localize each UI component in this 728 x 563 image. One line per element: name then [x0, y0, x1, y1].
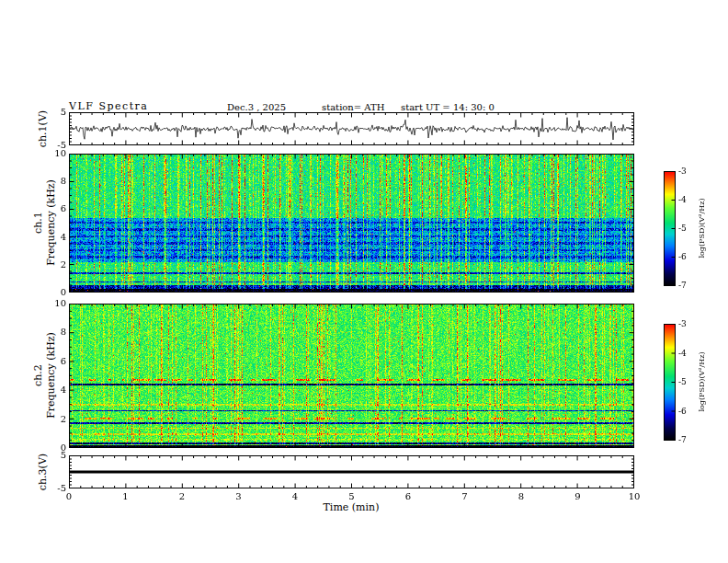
tick-label: 10 [42, 148, 66, 158]
ch1-waveform-axes [69, 112, 634, 145]
ch2-spectrogram-panel [69, 304, 634, 448]
figure-title: VLF Spectra [69, 100, 148, 112]
tick-label: 3 [230, 491, 248, 501]
ch1-spectrogram-axes [69, 154, 634, 293]
tick-label: 10 [625, 491, 643, 501]
tick-label: 7 [456, 491, 474, 501]
ch1-spectrogram-panel [69, 154, 634, 293]
tick-label: -5 [678, 224, 699, 233]
tick-label: 6 [399, 491, 417, 501]
tick-label: 2 [42, 414, 66, 424]
tick-label: 2 [42, 259, 66, 270]
tick-label: 2 [173, 491, 191, 501]
tick-label: -3 [678, 167, 699, 176]
tick-label: 10 [42, 298, 66, 308]
tick-label: 0 [42, 287, 66, 297]
axis-label-line: Frequency (kHz) [45, 179, 58, 266]
tick-label: 8 [42, 327, 66, 337]
axis-label-line: ch.1 [32, 179, 45, 266]
ch1-colorbar-label: log(PSD)(V²/Hz) [698, 198, 707, 258]
tick-label: 8 [512, 491, 530, 501]
ch3-waveform-panel [69, 455, 634, 488]
tick-label: 5 [42, 107, 66, 117]
tick-label: -4 [678, 349, 699, 358]
station-label: station= ATH [322, 102, 384, 112]
tick-label: -3 [678, 319, 699, 328]
tick-label: 5 [343, 491, 361, 501]
tick-label: -4 [678, 195, 699, 204]
tick-label: 4 [286, 491, 304, 501]
tick-label: 5 [42, 450, 66, 460]
ch2-colorbar-label: log(PSD)(V²/Hz) [698, 351, 707, 411]
tick-label: -7 [678, 435, 699, 444]
vlf-spectra-figure: VLF Spectra Dec.3 , 2025 station= ATH st… [0, 0, 728, 563]
tick-label: -5 [678, 377, 699, 386]
tick-label: -7 [678, 281, 699, 290]
time-axis-label: Time (min) [305, 501, 397, 513]
ch2-spectrogram-axes [69, 304, 634, 448]
tick-label: 4 [42, 385, 66, 395]
tick-label: -5 [42, 483, 66, 493]
tick-label: 6 [42, 356, 66, 366]
tick-label: 1 [117, 491, 135, 501]
ch1-frequency-axis-label: ch.1 Frequency (kHz) [32, 179, 58, 266]
axis-label-line: ch.2 [32, 332, 45, 419]
tick-label: -6 [678, 407, 699, 416]
tick-label: 4 [42, 232, 66, 242]
start-ut-label: start UT = 14: 30: 0 [401, 102, 495, 112]
ch2-colorbar-gradient [664, 324, 676, 441]
tick-label: 8 [42, 176, 66, 186]
tick-label: 6 [42, 203, 66, 213]
tick-label: 9 [569, 491, 587, 501]
axis-label-line: Frequency (kHz) [45, 332, 58, 419]
ch2-colorbar [664, 324, 676, 441]
date-label: Dec.3 , 2025 [227, 102, 286, 112]
ch1-colorbar-gradient [664, 171, 676, 286]
tick-label: -6 [678, 252, 699, 261]
ch1-colorbar [664, 171, 676, 286]
ch2-frequency-axis-label: ch.2 Frequency (kHz) [32, 332, 58, 419]
ch3-waveform-axes [69, 455, 634, 488]
ch1-waveform-panel [69, 112, 634, 145]
